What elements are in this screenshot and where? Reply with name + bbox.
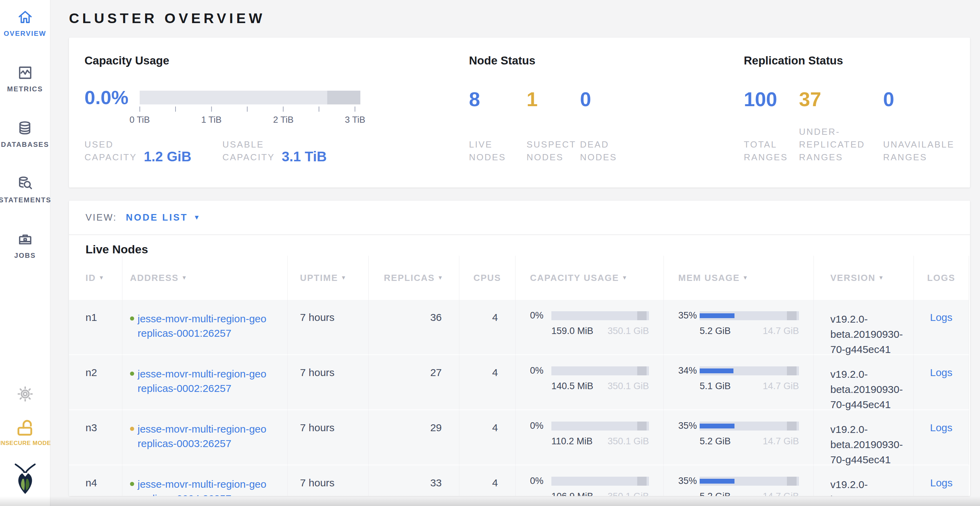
sort-arrow-icon: ▼ bbox=[742, 275, 749, 281]
node-status-dot bbox=[130, 427, 134, 431]
sidebar-item-jobs[interactable]: JOBS bbox=[14, 231, 35, 260]
live-nodes-heading: Live Nodes bbox=[69, 235, 970, 256]
sidebar-item-databases[interactable]: DATABASES bbox=[1, 120, 49, 149]
insecure-mode-label: INSECURE MODE bbox=[0, 440, 51, 447]
sort-arrow-icon: ▼ bbox=[438, 275, 444, 281]
node-address-link[interactable]: jesse-movr-multi-region-geo replicas-000… bbox=[138, 312, 266, 354]
node-address-cell: jesse-movr-multi-region-geo replicas-000… bbox=[123, 300, 288, 355]
node-replicas-cell: 29 bbox=[369, 410, 459, 465]
databases-icon bbox=[17, 120, 33, 136]
dead-nodes-stat: 0 DEAD NODES bbox=[580, 86, 662, 164]
node-uptime-cell: 7 hours bbox=[288, 465, 369, 496]
node-address-link[interactable]: jesse-movr-multi-region-geo replicas-000… bbox=[138, 422, 266, 465]
unavailable-ranges-stat: 0 UNAVAILABLE RANGES bbox=[883, 86, 955, 164]
cockroach-bug-icon bbox=[12, 463, 39, 496]
node-id-cell: n1 bbox=[69, 300, 123, 355]
node-mem-cell: 35% 5.2 GiB14.7 GiB bbox=[664, 300, 814, 355]
node-cpus-cell: 4 bbox=[459, 410, 515, 465]
unlock-icon bbox=[16, 418, 35, 436]
replication-status-section: Replication Status 100 TOTAL RANGES 37 U… bbox=[744, 54, 955, 187]
column-header-replicas[interactable]: REPLICAS▼ bbox=[369, 256, 459, 300]
sidebar: OVERVIEW METRICS DATABASES bbox=[0, 0, 50, 506]
node-status-dot bbox=[130, 371, 134, 376]
node-cpus-cell: 4 bbox=[459, 355, 515, 410]
sort-arrow-icon: ▼ bbox=[341, 275, 347, 281]
node-uptime-cell: 7 hours bbox=[288, 300, 369, 355]
main-content: CLUSTER OVERVIEW Capacity Usage 0.0% 0 T… bbox=[50, 0, 980, 506]
column-header-mem-usage[interactable]: MEM USAGE▼ bbox=[664, 256, 814, 300]
node-address-link[interactable]: jesse-movr-multi-region-geo replicas-000… bbox=[138, 477, 266, 496]
capacity-bar bbox=[551, 422, 649, 430]
jobs-icon bbox=[17, 231, 33, 247]
logs-link[interactable]: Logs bbox=[930, 477, 952, 489]
view-bar: VIEW: NODE LIST ▼ bbox=[69, 201, 970, 235]
live-nodes-stat: 8 LIVE NODES bbox=[469, 86, 527, 164]
capacity-bar bbox=[551, 311, 649, 320]
node-version-cell: v19.2.0- beta.20190930- 70-g445ec41 bbox=[814, 465, 914, 496]
sort-arrow-icon: ▼ bbox=[99, 275, 105, 281]
used-capacity-stat: USED CAPACITY 1.2 GiB bbox=[84, 138, 223, 164]
capacity-gauge-ticks: 0 TiB 1 TiB 2 TiB 3 TiB bbox=[140, 106, 360, 127]
node-address-cell: jesse-movr-multi-region-geo replicas-000… bbox=[123, 410, 288, 465]
node-address-cell: jesse-movr-multi-region-geo replicas-000… bbox=[123, 465, 288, 496]
logs-link[interactable]: Logs bbox=[930, 312, 952, 323]
column-header-uptime[interactable]: UPTIME▼ bbox=[288, 256, 369, 300]
chevron-down-icon: ▼ bbox=[193, 214, 200, 221]
logs-link[interactable]: Logs bbox=[930, 367, 952, 378]
mem-bar bbox=[700, 311, 799, 320]
cockroach-logo bbox=[12, 463, 39, 496]
settings-button[interactable] bbox=[17, 385, 34, 403]
column-header-logs: LOGS bbox=[914, 256, 969, 300]
cluster-summary-card: Capacity Usage 0.0% 0 TiB 1 TiB 2 TiB bbox=[69, 38, 970, 187]
sidebar-item-label: STATEMENTS bbox=[0, 196, 51, 204]
view-dropdown[interactable]: NODE LIST ▼ bbox=[126, 213, 200, 223]
node-version-cell: v19.2.0- beta.20190930- 70-g445ec41 bbox=[814, 355, 914, 410]
node-logs-cell: Logs bbox=[914, 355, 969, 410]
sidebar-item-label: JOBS bbox=[14, 252, 35, 260]
usable-capacity-stat: USABLE CAPACITY 3.1 TiB bbox=[223, 138, 360, 164]
sidebar-item-overview[interactable]: OVERVIEW bbox=[4, 9, 46, 38]
node-cpus-cell: 4 bbox=[459, 300, 515, 355]
logs-link[interactable]: Logs bbox=[930, 422, 952, 433]
sidebar-item-label: METRICS bbox=[7, 85, 43, 93]
sort-arrow-icon: ▼ bbox=[622, 275, 628, 281]
capacity-percent: 0.0% bbox=[84, 86, 140, 109]
metrics-icon bbox=[17, 65, 33, 81]
node-id-cell: n2 bbox=[69, 355, 123, 410]
column-header-capacity-usage[interactable]: CAPACITY USAGE▼ bbox=[515, 256, 664, 300]
mem-bar bbox=[700, 366, 799, 375]
used-capacity-label: USED CAPACITY bbox=[84, 138, 144, 164]
node-version-cell: v19.2.0- beta.20190930- 70-g445ec41 bbox=[814, 410, 914, 465]
sort-arrow-icon: ▼ bbox=[181, 275, 188, 281]
node-mem-cell: 35% 5.2 GiB14.7 GiB bbox=[664, 465, 814, 496]
capacity-gauge: 0 TiB 1 TiB 2 TiB 3 TiB bbox=[140, 90, 360, 105]
sidebar-item-metrics[interactable]: METRICS bbox=[7, 65, 43, 93]
view-label: VIEW: bbox=[86, 213, 117, 223]
node-status-dot bbox=[130, 316, 134, 320]
column-header-id[interactable]: ID▼ bbox=[69, 256, 123, 300]
suspect-nodes-stat: 1 SUSPECT NODES bbox=[527, 86, 580, 164]
node-capacity-cell: 0% 140.5 MiB350.1 GiB bbox=[515, 355, 664, 410]
sidebar-item-label: OVERVIEW bbox=[4, 30, 46, 38]
node-id-cell: n3 bbox=[69, 410, 123, 465]
node-capacity-cell: 0% 110.2 MiB350.1 GiB bbox=[515, 410, 664, 465]
node-status-title: Node Status bbox=[469, 54, 662, 67]
node-logs-cell: Logs bbox=[914, 465, 969, 496]
node-uptime-cell: 7 hours bbox=[288, 410, 369, 465]
page-title: CLUSTER OVERVIEW bbox=[69, 10, 970, 27]
column-header-version[interactable]: VERSION▼ bbox=[814, 256, 914, 300]
insecure-mode-link[interactable]: INSECURE MODE bbox=[0, 418, 51, 447]
node-mem-cell: 35% 5.2 GiB14.7 GiB bbox=[664, 410, 814, 465]
column-header-cpus: CPUS bbox=[459, 256, 515, 300]
column-header-address[interactable]: ADDRESS▼ bbox=[123, 256, 288, 300]
gear-icon bbox=[17, 385, 34, 403]
node-replicas-cell: 27 bbox=[369, 355, 459, 410]
node-logs-cell: Logs bbox=[914, 300, 969, 355]
sidebar-bottom: INSECURE MODE bbox=[0, 385, 51, 496]
node-logs-cell: Logs bbox=[914, 410, 969, 465]
capacity-usage-section: Capacity Usage 0.0% 0 TiB 1 TiB 2 TiB bbox=[84, 54, 360, 187]
sidebar-item-statements[interactable]: STATEMENTS bbox=[0, 175, 51, 204]
node-capacity-cell: 0% 106.9 MiB350.1 GiB bbox=[515, 465, 664, 496]
node-address-link[interactable]: jesse-movr-multi-region-geo replicas-000… bbox=[138, 367, 266, 409]
node-mem-cell: 34% 5.1 GiB14.7 GiB bbox=[664, 355, 814, 410]
